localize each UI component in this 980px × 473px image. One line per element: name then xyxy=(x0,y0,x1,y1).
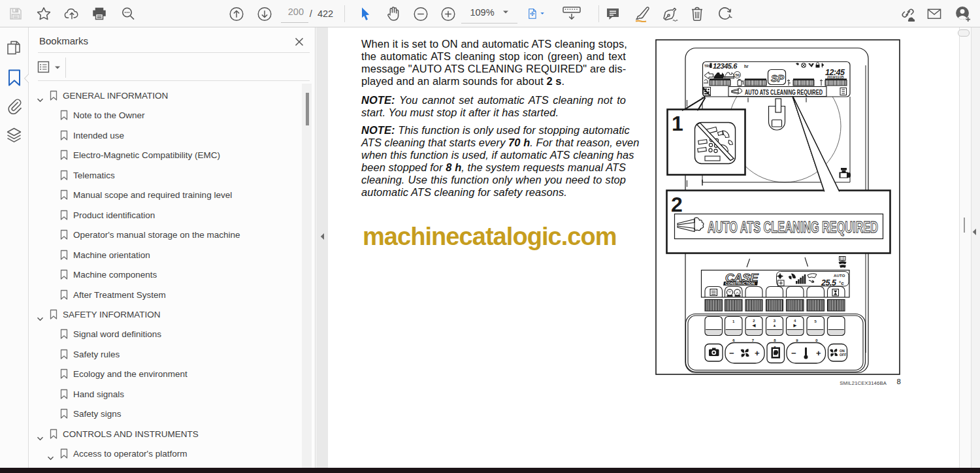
svg-text:OFF: OFF xyxy=(840,353,846,357)
svg-text:5: 5 xyxy=(815,319,817,323)
svg-text:◀: ◀ xyxy=(752,323,756,327)
svg-text:−: − xyxy=(729,348,734,358)
svg-text:2: 2 xyxy=(671,193,683,216)
svg-text:12345.6: 12345.6 xyxy=(713,62,738,70)
svg-text:+: + xyxy=(816,348,821,358)
svg-text:8: 8 xyxy=(774,338,776,342)
svg-text:1: 1 xyxy=(732,319,735,323)
svg-text:3: 3 xyxy=(774,319,776,323)
svg-text:6: 6 xyxy=(732,338,735,342)
svg-text:hr: hr xyxy=(744,64,749,69)
svg-text:2019/11/25: 2019/11/25 xyxy=(827,75,844,79)
svg-text:SP: SP xyxy=(771,73,785,84)
svg-text:−: − xyxy=(791,348,796,358)
svg-text:AUTO ATS CLEANING REQUIRED: AUTO ATS CLEANING REQUIRED xyxy=(708,218,878,236)
svg-text:CONSTRUCTION: CONSTRUCTION xyxy=(725,282,755,285)
svg-text:25.5: 25.5 xyxy=(821,278,837,287)
svg-text:▶: ▶ xyxy=(792,323,796,327)
svg-text:AUTO: AUTO xyxy=(834,274,845,278)
svg-text:CASE: CASE xyxy=(725,272,759,284)
svg-text:9: 9 xyxy=(796,338,798,342)
svg-text:+: + xyxy=(755,348,760,358)
svg-text:50: 50 xyxy=(736,73,740,77)
svg-text:°c: °c xyxy=(839,280,844,286)
svg-text:▲: ▲ xyxy=(773,323,777,327)
svg-text:4: 4 xyxy=(794,319,796,323)
svg-text:AUTO ATS CLEANING REQUIRED: AUTO ATS CLEANING REQUIRED xyxy=(745,88,823,96)
svg-text:1: 1 xyxy=(672,112,683,135)
svg-text:0: 0 xyxy=(815,338,818,342)
svg-text:2: 2 xyxy=(753,319,755,323)
svg-text:7: 7 xyxy=(752,338,755,342)
